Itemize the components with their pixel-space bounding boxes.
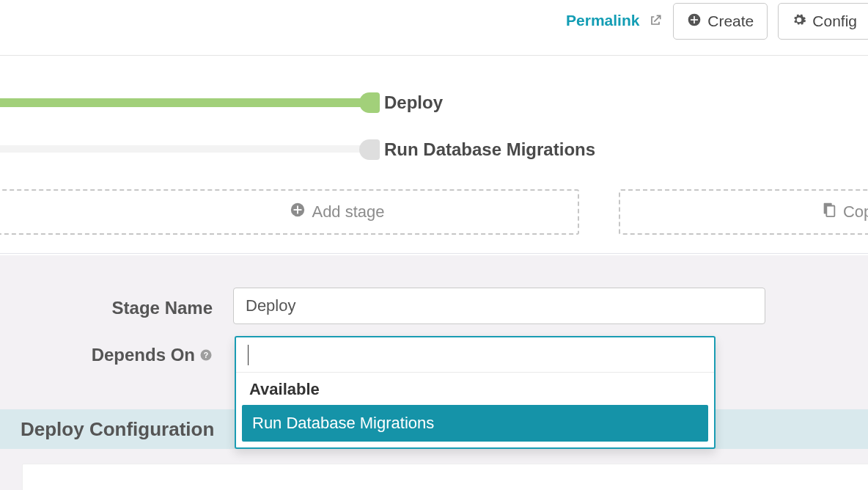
svg-text:?: ?	[204, 351, 208, 359]
top-bar: Permalink Create Config	[0, 0, 868, 56]
depends-on-select[interactable]: Available Run Database Migrations	[235, 336, 716, 449]
permalink-link[interactable]: Permalink	[566, 3, 663, 38]
text-cursor	[248, 345, 249, 365]
depends-on-label: Depends On ?	[92, 345, 213, 365]
pipeline-node-label[interactable]: Run Database Migrations	[384, 139, 595, 160]
copy-stage-label: Copy an existi	[843, 202, 868, 222]
depends-on-group-label: Available	[236, 373, 714, 405]
gear-icon	[792, 12, 806, 31]
configure-button-label: Config	[812, 12, 857, 30]
section-header-title: Deploy Configuration	[21, 418, 214, 441]
pipeline-node-deploy[interactable]	[359, 92, 380, 113]
permalink-label: Permalink	[566, 12, 639, 29]
help-icon[interactable]: ?	[199, 348, 213, 362]
pipeline-node-label[interactable]: Deploy	[384, 92, 443, 113]
svg-rect-7	[826, 206, 834, 217]
stage-name-input[interactable]	[233, 288, 765, 324]
permalink-icon	[648, 5, 663, 20]
create-button-label: Create	[707, 12, 754, 30]
svg-rect-2	[691, 19, 698, 21]
configure-button[interactable]: Config	[778, 3, 868, 40]
stage-name-label: Stage Name	[112, 298, 213, 318]
plus-circle-icon	[687, 12, 702, 31]
create-button[interactable]: Create	[673, 3, 768, 40]
pipeline-graph: Deploy Run Database Migrations Add stage…	[0, 56, 868, 254]
pipeline-edge	[0, 98, 375, 107]
plus-circle-icon	[290, 202, 306, 222]
add-stage-button[interactable]: Add stage	[0, 189, 579, 235]
stage-name-label-text: Stage Name	[112, 298, 213, 318]
depends-on-label-text: Depends On	[92, 345, 195, 365]
pipeline-node-migrations[interactable]	[359, 139, 380, 160]
copy-icon	[821, 202, 837, 222]
add-stage-label: Add stage	[312, 202, 384, 222]
stage-form: Stage Name Depends On ? Available Run Da…	[0, 255, 868, 490]
pipeline-edge	[0, 145, 375, 153]
copy-stage-button[interactable]: Copy an existi	[619, 189, 868, 235]
depends-on-input[interactable]	[236, 337, 714, 373]
config-panel	[22, 464, 868, 490]
depends-on-option[interactable]: Run Database Migrations	[242, 405, 708, 442]
svg-rect-5	[294, 209, 302, 211]
